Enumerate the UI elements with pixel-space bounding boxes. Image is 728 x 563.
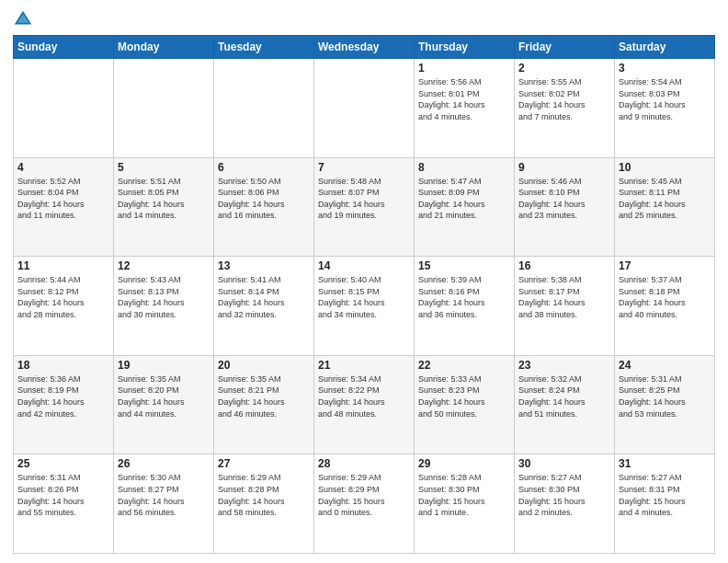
week-row-3: 11Sunrise: 5:44 AM Sunset: 8:12 PM Dayli… bbox=[14, 257, 715, 356]
calendar-cell: 6Sunrise: 5:50 AM Sunset: 8:06 PM Daylig… bbox=[214, 157, 314, 257]
day-info: Sunrise: 5:35 AM Sunset: 8:21 PM Dayligh… bbox=[218, 373, 310, 419]
day-info: Sunrise: 5:27 AM Sunset: 8:30 PM Dayligh… bbox=[518, 472, 610, 518]
calendar-cell: 5Sunrise: 5:51 AM Sunset: 8:05 PM Daylig… bbox=[114, 157, 214, 257]
logo-icon bbox=[13, 9, 33, 29]
day-number: 11 bbox=[17, 259, 109, 272]
logo bbox=[13, 9, 37, 29]
days-header-row: SundayMondayTuesdayWednesdayThursdayFrid… bbox=[14, 36, 715, 59]
calendar-cell: 25Sunrise: 5:31 AM Sunset: 8:26 PM Dayli… bbox=[14, 454, 114, 554]
day-header-tuesday: Tuesday bbox=[214, 36, 314, 59]
day-number: 1 bbox=[418, 62, 510, 75]
week-row-2: 4Sunrise: 5:52 AM Sunset: 8:04 PM Daylig… bbox=[14, 157, 715, 257]
day-info: Sunrise: 5:33 AM Sunset: 8:23 PM Dayligh… bbox=[418, 373, 510, 419]
day-info: Sunrise: 5:54 AM Sunset: 8:03 PM Dayligh… bbox=[619, 76, 711, 122]
calendar-cell: 12Sunrise: 5:43 AM Sunset: 8:13 PM Dayli… bbox=[114, 257, 214, 356]
calendar-cell bbox=[114, 59, 214, 158]
calendar-cell: 9Sunrise: 5:46 AM Sunset: 8:10 PM Daylig… bbox=[515, 157, 615, 257]
day-info: Sunrise: 5:39 AM Sunset: 8:16 PM Dayligh… bbox=[418, 274, 510, 320]
day-info: Sunrise: 5:29 AM Sunset: 8:29 PM Dayligh… bbox=[318, 472, 410, 518]
calendar-cell bbox=[314, 59, 415, 158]
day-number: 13 bbox=[218, 259, 310, 272]
day-info: Sunrise: 5:28 AM Sunset: 8:30 PM Dayligh… bbox=[418, 472, 510, 518]
day-number: 14 bbox=[318, 259, 410, 272]
calendar-cell: 16Sunrise: 5:38 AM Sunset: 8:17 PM Dayli… bbox=[515, 257, 615, 356]
day-info: Sunrise: 5:30 AM Sunset: 8:27 PM Dayligh… bbox=[118, 472, 210, 518]
day-header-saturday: Saturday bbox=[615, 36, 715, 59]
calendar-cell: 15Sunrise: 5:39 AM Sunset: 8:16 PM Dayli… bbox=[415, 257, 515, 356]
day-info: Sunrise: 5:36 AM Sunset: 8:19 PM Dayligh… bbox=[17, 373, 109, 419]
calendar-cell: 27Sunrise: 5:29 AM Sunset: 8:28 PM Dayli… bbox=[214, 454, 314, 554]
calendar-cell bbox=[214, 59, 314, 158]
day-info: Sunrise: 5:48 AM Sunset: 8:07 PM Dayligh… bbox=[318, 176, 410, 222]
day-number: 2 bbox=[518, 62, 610, 75]
day-info: Sunrise: 5:56 AM Sunset: 8:01 PM Dayligh… bbox=[418, 76, 510, 122]
calendar-cell: 7Sunrise: 5:48 AM Sunset: 8:07 PM Daylig… bbox=[314, 157, 415, 257]
day-number: 31 bbox=[619, 457, 711, 470]
calendar-cell: 4Sunrise: 5:52 AM Sunset: 8:04 PM Daylig… bbox=[14, 157, 114, 257]
day-info: Sunrise: 5:34 AM Sunset: 8:22 PM Dayligh… bbox=[318, 373, 410, 419]
day-number: 18 bbox=[17, 359, 109, 372]
calendar-cell: 23Sunrise: 5:32 AM Sunset: 8:24 PM Dayli… bbox=[515, 355, 615, 454]
day-info: Sunrise: 5:46 AM Sunset: 8:10 PM Dayligh… bbox=[518, 176, 610, 222]
calendar-cell: 1Sunrise: 5:56 AM Sunset: 8:01 PM Daylig… bbox=[415, 59, 515, 158]
day-info: Sunrise: 5:37 AM Sunset: 8:18 PM Dayligh… bbox=[619, 274, 711, 320]
day-info: Sunrise: 5:50 AM Sunset: 8:06 PM Dayligh… bbox=[218, 176, 310, 222]
calendar-cell: 26Sunrise: 5:30 AM Sunset: 8:27 PM Dayli… bbox=[114, 454, 214, 554]
day-number: 10 bbox=[619, 161, 711, 174]
calendar-cell: 24Sunrise: 5:31 AM Sunset: 8:25 PM Dayli… bbox=[615, 355, 715, 454]
day-number: 27 bbox=[218, 457, 310, 470]
day-info: Sunrise: 5:31 AM Sunset: 8:26 PM Dayligh… bbox=[17, 472, 109, 518]
day-number: 30 bbox=[518, 457, 610, 470]
calendar-cell: 2Sunrise: 5:55 AM Sunset: 8:02 PM Daylig… bbox=[515, 59, 615, 158]
header bbox=[13, 9, 715, 29]
calendar-cell: 31Sunrise: 5:27 AM Sunset: 8:31 PM Dayli… bbox=[615, 454, 715, 554]
day-number: 29 bbox=[418, 457, 510, 470]
day-info: Sunrise: 5:52 AM Sunset: 8:04 PM Dayligh… bbox=[17, 176, 109, 222]
day-header-thursday: Thursday bbox=[415, 36, 515, 59]
day-info: Sunrise: 5:40 AM Sunset: 8:15 PM Dayligh… bbox=[318, 274, 410, 320]
page: SundayMondayTuesdayWednesdayThursdayFrid… bbox=[0, 0, 728, 563]
calendar-table: SundayMondayTuesdayWednesdayThursdayFrid… bbox=[13, 35, 715, 554]
calendar-cell: 8Sunrise: 5:47 AM Sunset: 8:09 PM Daylig… bbox=[415, 157, 515, 257]
calendar-cell: 19Sunrise: 5:35 AM Sunset: 8:20 PM Dayli… bbox=[114, 355, 214, 454]
calendar-cell: 17Sunrise: 5:37 AM Sunset: 8:18 PM Dayli… bbox=[615, 257, 715, 356]
day-info: Sunrise: 5:29 AM Sunset: 8:28 PM Dayligh… bbox=[218, 472, 310, 518]
day-info: Sunrise: 5:44 AM Sunset: 8:12 PM Dayligh… bbox=[17, 274, 109, 320]
day-header-friday: Friday bbox=[515, 36, 615, 59]
day-number: 20 bbox=[218, 359, 310, 372]
day-number: 9 bbox=[518, 161, 610, 174]
day-info: Sunrise: 5:47 AM Sunset: 8:09 PM Dayligh… bbox=[418, 176, 510, 222]
day-number: 19 bbox=[118, 359, 210, 372]
day-info: Sunrise: 5:32 AM Sunset: 8:24 PM Dayligh… bbox=[518, 373, 610, 419]
day-number: 3 bbox=[619, 62, 711, 75]
day-number: 22 bbox=[418, 359, 510, 372]
calendar-cell: 13Sunrise: 5:41 AM Sunset: 8:14 PM Dayli… bbox=[214, 257, 314, 356]
day-number: 15 bbox=[418, 259, 510, 272]
day-info: Sunrise: 5:55 AM Sunset: 8:02 PM Dayligh… bbox=[518, 76, 610, 122]
day-number: 28 bbox=[318, 457, 410, 470]
day-number: 26 bbox=[118, 457, 210, 470]
calendar-cell: 11Sunrise: 5:44 AM Sunset: 8:12 PM Dayli… bbox=[14, 257, 114, 356]
day-number: 21 bbox=[318, 359, 410, 372]
day-number: 8 bbox=[418, 161, 510, 174]
day-number: 12 bbox=[118, 259, 210, 272]
day-number: 23 bbox=[518, 359, 610, 372]
week-row-1: 1Sunrise: 5:56 AM Sunset: 8:01 PM Daylig… bbox=[14, 59, 715, 158]
day-number: 25 bbox=[17, 457, 109, 470]
calendar-cell: 29Sunrise: 5:28 AM Sunset: 8:30 PM Dayli… bbox=[415, 454, 515, 554]
day-number: 5 bbox=[118, 161, 210, 174]
calendar-cell: 22Sunrise: 5:33 AM Sunset: 8:23 PM Dayli… bbox=[415, 355, 515, 454]
calendar-cell: 3Sunrise: 5:54 AM Sunset: 8:03 PM Daylig… bbox=[615, 59, 715, 158]
day-header-sunday: Sunday bbox=[14, 36, 114, 59]
day-number: 6 bbox=[218, 161, 310, 174]
day-number: 4 bbox=[17, 161, 109, 174]
day-header-wednesday: Wednesday bbox=[314, 36, 415, 59]
day-info: Sunrise: 5:38 AM Sunset: 8:17 PM Dayligh… bbox=[518, 274, 610, 320]
calendar-cell: 14Sunrise: 5:40 AM Sunset: 8:15 PM Dayli… bbox=[314, 257, 415, 356]
calendar-cell: 20Sunrise: 5:35 AM Sunset: 8:21 PM Dayli… bbox=[214, 355, 314, 454]
day-info: Sunrise: 5:31 AM Sunset: 8:25 PM Dayligh… bbox=[619, 373, 711, 419]
calendar-cell: 28Sunrise: 5:29 AM Sunset: 8:29 PM Dayli… bbox=[314, 454, 415, 554]
day-number: 16 bbox=[518, 259, 610, 272]
day-info: Sunrise: 5:43 AM Sunset: 8:13 PM Dayligh… bbox=[118, 274, 210, 320]
day-info: Sunrise: 5:45 AM Sunset: 8:11 PM Dayligh… bbox=[619, 176, 711, 222]
